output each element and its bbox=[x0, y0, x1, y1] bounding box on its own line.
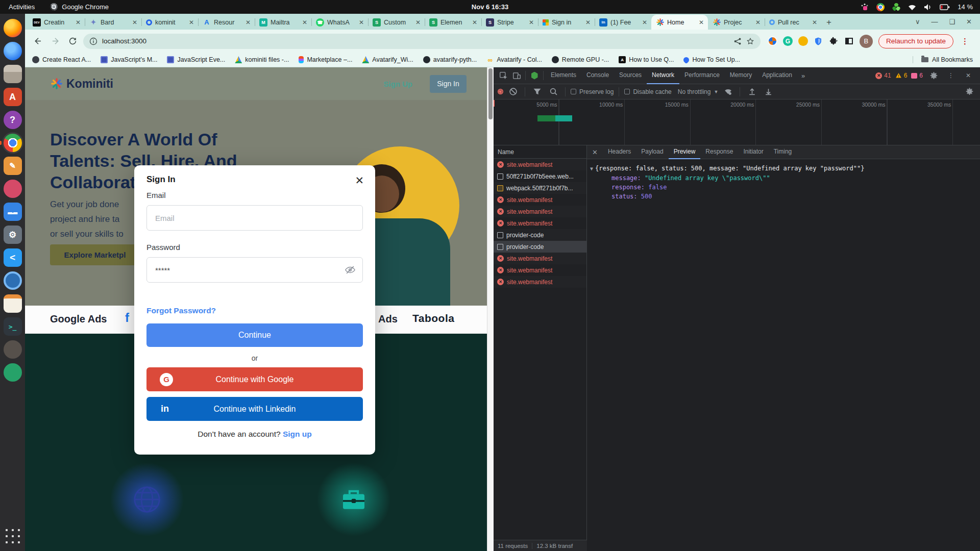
devtools-tab[interactable]: Console bbox=[581, 67, 614, 84]
back-button[interactable] bbox=[31, 35, 44, 48]
browser-tab[interactable]: ☎ WhatsA ✕ bbox=[311, 15, 368, 30]
bookmark-item[interactable]: Remote GPU -... bbox=[552, 56, 609, 63]
browser-tab[interactable]: S Stripe ✕ bbox=[481, 15, 538, 30]
email-field[interactable] bbox=[146, 205, 363, 231]
browser-tab[interactable]: in (1) Fee ✕ bbox=[595, 15, 651, 30]
bookmark-item[interactable]: avatarify-pyth... bbox=[423, 56, 477, 63]
dock-item[interactable] bbox=[4, 528, 21, 545]
devtools-tab[interactable]: Sources bbox=[614, 67, 647, 84]
filter-icon[interactable] bbox=[530, 85, 544, 98]
extension-colorwheel-icon[interactable] bbox=[768, 36, 777, 46]
issues-badge[interactable]: 6 bbox=[911, 72, 923, 79]
dock-item[interactable]: ⚙ bbox=[4, 226, 22, 244]
detail-tab[interactable]: Preview bbox=[669, 145, 701, 159]
tab-search-icon[interactable]: ∨ bbox=[915, 18, 920, 26]
network-request-row[interactable]: provider-code bbox=[494, 229, 586, 241]
tab-close-icon[interactable]: ✕ bbox=[75, 19, 82, 26]
json-summary-row[interactable]: ▼{response: false, status: 500, message:… bbox=[590, 164, 977, 173]
url-text[interactable]: localhost:3000 bbox=[102, 37, 729, 45]
throttling-caret-icon[interactable]: ▼ bbox=[714, 89, 718, 94]
network-overview-timeline[interactable]: 5000 ms 10000 ms 15000 ms 20000 ms 25000… bbox=[494, 99, 980, 145]
tab-close-icon[interactable]: ✕ bbox=[471, 19, 478, 26]
dock-item[interactable] bbox=[4, 294, 22, 313]
tab-close-icon[interactable]: ✕ bbox=[528, 19, 535, 26]
close-detail-icon[interactable]: ✕ bbox=[587, 148, 603, 156]
tab-close-icon[interactable]: ✕ bbox=[301, 19, 308, 26]
dock-item[interactable] bbox=[4, 340, 22, 359]
tab-close-icon[interactable]: ✕ bbox=[414, 19, 422, 26]
vue-devtools-icon[interactable] bbox=[528, 69, 541, 82]
bookmark-item[interactable]: Marketplace –... bbox=[299, 56, 352, 63]
devtools-tab[interactable]: Application bbox=[757, 67, 797, 84]
dock-item[interactable]: ✎ bbox=[4, 157, 22, 175]
preserve-log-checkbox[interactable] bbox=[571, 89, 576, 94]
dock-item[interactable] bbox=[4, 42, 22, 60]
forgot-password-link[interactable]: Forgot Password? bbox=[146, 306, 216, 315]
dock-item[interactable]: ? bbox=[4, 111, 22, 129]
network-request-row[interactable]: site.webmanifest bbox=[494, 194, 586, 206]
devtools-tab[interactable]: Elements bbox=[546, 67, 581, 84]
import-har-icon[interactable] bbox=[745, 85, 758, 98]
detail-tab[interactable]: Timing bbox=[769, 145, 797, 159]
tab-close-icon[interactable]: ✕ bbox=[244, 19, 252, 26]
network-request-row[interactable]: webpack.50ff271b0f7b... bbox=[494, 182, 586, 194]
extension-yellow-icon[interactable] bbox=[798, 36, 808, 46]
password-field[interactable] bbox=[146, 257, 363, 283]
tab-close-icon[interactable]: ✕ bbox=[358, 19, 365, 26]
inspect-element-icon[interactable] bbox=[497, 69, 510, 82]
tab-close-icon[interactable]: ✕ bbox=[698, 19, 705, 26]
dock-item[interactable] bbox=[4, 19, 22, 37]
bookmark-star-icon[interactable] bbox=[746, 37, 754, 45]
network-request-row[interactable]: site.webmanifest bbox=[494, 264, 586, 276]
dock-item[interactable] bbox=[4, 65, 22, 83]
reload-button[interactable] bbox=[66, 35, 79, 48]
kominiti-logo[interactable]: Kominiti bbox=[51, 77, 113, 91]
bookmark-item[interactable]: How To Set Up... bbox=[683, 56, 740, 63]
export-har-icon[interactable] bbox=[762, 85, 775, 98]
browser-tab[interactable]: Projec ✕ bbox=[708, 15, 765, 30]
bookmark-item[interactable]: Avatarify_Wi... bbox=[362, 56, 413, 63]
browser-tab[interactable]: Pull rec ✕ bbox=[765, 15, 821, 30]
bookmark-item[interactable]: Create React A... bbox=[32, 56, 91, 63]
network-settings-icon[interactable] bbox=[963, 85, 976, 98]
browser-tab[interactable]: A Resour ✕ bbox=[198, 15, 255, 30]
nav-sign-in-button[interactable]: Sign In bbox=[430, 75, 467, 93]
maximize-button[interactable]: ❑ bbox=[949, 18, 955, 26]
network-request-row[interactable]: 50ff271b0f7b5eee.web... bbox=[494, 170, 586, 182]
name-column-header[interactable]: Name bbox=[494, 145, 586, 159]
site-info-icon[interactable] bbox=[89, 37, 97, 45]
browser-tab[interactable]: ✦ Bard ✕ bbox=[85, 15, 141, 30]
devtools-settings-icon[interactable] bbox=[927, 69, 940, 82]
device-toolbar-icon[interactable] bbox=[510, 69, 523, 82]
grammarly-extension-icon[interactable]: G bbox=[783, 36, 793, 46]
browser-tab[interactable]: M Mailtra ✕ bbox=[255, 15, 311, 30]
browser-tab[interactable]: Home ✕ bbox=[651, 15, 708, 30]
console-warnings-badge[interactable]: 6 bbox=[895, 72, 908, 79]
browser-tab[interactable]: S Custom ✕ bbox=[368, 15, 425, 30]
network-request-row[interactable]: site.webmanifest bbox=[494, 276, 586, 288]
network-conditions-icon[interactable] bbox=[721, 85, 734, 98]
relaunch-to-update-button[interactable]: Relaunch to update bbox=[878, 34, 953, 48]
share-icon[interactable] bbox=[733, 37, 742, 45]
devtools-close-icon[interactable]: ✕ bbox=[962, 69, 975, 82]
json-property-row[interactable]: response: false bbox=[590, 183, 977, 192]
new-tab-button[interactable]: + bbox=[821, 15, 837, 30]
bookmark-item[interactable]: kominiti files -... bbox=[235, 56, 289, 63]
devtools-tab[interactable]: Performance bbox=[679, 67, 725, 84]
disable-cache-checkbox[interactable] bbox=[624, 89, 630, 94]
dock-item[interactable] bbox=[4, 203, 22, 221]
all-bookmarks-button[interactable]: All Bookmarks bbox=[913, 56, 973, 63]
continue-button[interactable]: Continue bbox=[146, 323, 363, 347]
continue-with-linkedin-button[interactable]: in Continue with Linkedin bbox=[146, 397, 363, 421]
record-network-log-button[interactable] bbox=[498, 89, 503, 94]
browser-tab[interactable]: S Elemen ✕ bbox=[425, 15, 481, 30]
toggle-password-visibility-icon[interactable] bbox=[345, 264, 356, 276]
dock-item[interactable] bbox=[4, 134, 22, 152]
clock[interactable]: Nov 6 16:33 bbox=[0, 3, 980, 11]
bookmark-item[interactable]: A How to Use Q... bbox=[619, 56, 674, 63]
json-property-row[interactable]: message: "Undefined array key \"password… bbox=[590, 173, 977, 183]
tab-close-icon[interactable]: ✕ bbox=[188, 19, 195, 26]
side-panel-icon[interactable] bbox=[844, 36, 854, 46]
bookmark-item[interactable]: JavaScript's M... bbox=[101, 56, 157, 63]
dock-item[interactable]: < bbox=[4, 248, 22, 267]
